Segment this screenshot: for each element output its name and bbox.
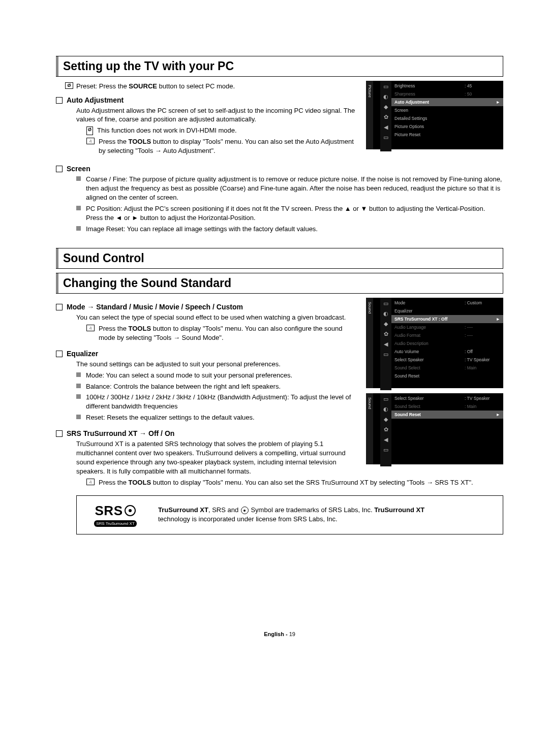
tv-icon: ▭ — [382, 300, 389, 307]
arrow-icon: ◀ — [382, 340, 389, 348]
osd-item-value: : 45 — [465, 83, 495, 88]
osd-item-label: Auto Volume — [394, 349, 465, 354]
tv-icon: ▭ — [382, 83, 389, 90]
srs-text-2: Symbol are trademarks of SRS Labs, Inc. — [249, 506, 374, 514]
checkbox-icon — [56, 304, 63, 310]
osd-icon-strip: ▭ ◐ ◆ ✿ ◀ ▭ — [380, 298, 391, 390]
srs-text-3: technology is incorporated under license… — [158, 515, 338, 523]
ring-icon: ◐ — [382, 405, 389, 413]
osd-item-label: Equalizer — [394, 308, 465, 313]
osd-item-label: Sound Select — [394, 404, 465, 409]
osd-item-label: Auto Adjustment — [394, 100, 465, 105]
osd-item-label: Mode — [394, 300, 465, 305]
osd-item-label: Picture Reset — [394, 132, 465, 137]
osd-items: Select Speaker: TV SpeakerSound Select: … — [391, 393, 503, 466]
subheading-label: SRS TruSurround XT → Off / On — [67, 429, 174, 437]
osd-item-value: : TV Speaker — [465, 396, 495, 401]
tv-icon: ▭ — [382, 395, 389, 402]
subheading-label: Screen — [67, 165, 90, 173]
osd-menu-item: Audio Language: ---- — [391, 323, 503, 331]
footer-page-number: 19 — [289, 631, 295, 637]
eq-item-mode: Mode: You can select a sound mode to sui… — [76, 371, 356, 380]
gear-icon: ✿ — [382, 330, 389, 337]
ring-icon: ◐ — [382, 310, 389, 317]
heading-text: Changing the Sound Standard — [63, 276, 231, 290]
srs-trademark-text: TruSurround XT, SRS and Symbol are trade… — [158, 506, 424, 524]
osd-menu-item: Audio Description — [391, 339, 503, 348]
square-bullet-icon — [76, 384, 81, 388]
osd-menu-item: Select Speaker: TV Speaker — [391, 356, 503, 364]
note-text: Press the TOOLS button to display "Tools… — [99, 478, 473, 487]
subheading-mode: Mode → Standard / Music / Movie / Speech… — [56, 303, 359, 311]
osd-item-label: Audio Format — [394, 333, 465, 338]
srs-trademark-box: SRS SRS TruSurround XT TruSurround XT, S… — [76, 495, 503, 534]
bullet-text: Mode: You can select a sound mode to sui… — [86, 371, 292, 380]
osd-sound-menu-a: Sound ▭ ◐ ◆ ✿ ◀ ▭ Mode: CustomEqualizerS… — [366, 298, 503, 388]
square-bullet-icon — [76, 372, 81, 377]
square-bullet-icon — [76, 206, 81, 210]
note-text: This function does not work in DVI-HDMI … — [97, 126, 237, 135]
info-icon: Ø — [86, 127, 93, 135]
osd-item-value: : ---- — [465, 333, 495, 338]
square-bullet-icon — [76, 176, 81, 181]
heading-changing-sound-standard: Changing the Sound Standard — [56, 273, 503, 294]
diamond-icon: ◆ — [382, 103, 389, 110]
osd-menu-item: Mode: Custom — [391, 299, 503, 307]
note-text: Press the TOOLS button to display "Tools… — [99, 137, 356, 155]
osd-item-value: : 50 — [465, 91, 495, 97]
osd-item-label: Brightness — [394, 83, 465, 88]
osd-menu-item: Equalizer — [391, 307, 503, 315]
srs-dot-icon — [241, 507, 249, 514]
osd-menu-item: Brightness: 45 — [391, 82, 503, 90]
gear-icon: ✿ — [382, 426, 389, 433]
heading-text: Sound Control — [63, 251, 144, 265]
screen-item-coarse-fine: Coarse / Fine: The purpose of picture qu… — [76, 175, 503, 202]
square-bullet-icon — [76, 226, 81, 231]
checkbox-icon — [56, 166, 63, 172]
heading-sound-control: Sound Control — [56, 248, 503, 269]
chevron-right-icon: ► — [495, 317, 500, 322]
info-icon: Ø — [65, 82, 73, 89]
auto-adj-note1: Ø This function does not work in DVI-HDM… — [86, 126, 356, 135]
srs-dot-icon — [125, 505, 136, 516]
osd-menu-item: Auto Volume: Off — [391, 348, 503, 356]
osd-icon-strip: ▭ ◐ ◆ ✿ ◀ ▭ — [380, 393, 391, 466]
source-icon: ▭ — [382, 351, 389, 358]
eq-item-reset: Reset: Resets the equalizer settings to … — [76, 413, 356, 422]
subheading-label: Auto Adjustment — [67, 96, 124, 104]
subheading-auto-adjustment: Auto Adjustment — [56, 96, 359, 104]
chevron-right-icon: ► — [495, 100, 500, 105]
srs-logo: SRS SRS TruSurround XT — [85, 503, 146, 527]
preset-note-text: Preset: Press the SOURCE button to selec… — [76, 82, 235, 91]
osd-menu-item: Sharpness: 50 — [391, 90, 503, 98]
arrow-icon: ◀ — [382, 123, 389, 131]
osd-menu-item: Sound Select: Main — [391, 364, 503, 372]
osd-tab: Picture — [366, 81, 373, 149]
osd-item-label: Screen — [394, 108, 465, 113]
subheading-screen: Screen — [56, 165, 503, 173]
osd-item-label: SRS TruSurround XT : Off — [394, 317, 465, 322]
tools-icon: ♫ — [86, 325, 95, 331]
subheading-label: Equalizer — [67, 350, 98, 358]
osd-tab: Sound — [366, 298, 373, 388]
osd-item-value: : Main — [465, 365, 495, 370]
eq-item-bandwidth: 100Hz / 300Hz / 1kHz / 2kHz / 3kHz / 10k… — [76, 393, 356, 411]
osd-menu-item: Picture Reset — [391, 131, 503, 139]
bullet-text: Image Reset: You can replace all image s… — [86, 225, 318, 234]
source-icon: ▭ — [382, 446, 389, 453]
heading-text: Setting up the TV with your PC — [63, 59, 234, 73]
osd-item-label: Sound Select — [394, 365, 465, 370]
heading-tv-pc: Setting up the TV with your PC — [56, 56, 503, 77]
bullet-text: Balance: Controls the balance between th… — [86, 382, 281, 391]
osd-menu-item: Sound Reset — [391, 372, 503, 380]
bullet-text: Reset: Resets the equalizer settings to … — [86, 413, 255, 422]
osd-item-value: : TV Speaker — [465, 357, 495, 362]
osd-item-label: Audio Language — [394, 325, 465, 330]
osd-tab-label: Sound — [368, 397, 372, 409]
page-footer: English - 19 — [56, 631, 503, 637]
screen-item-image-reset: Image Reset: You can replace all image s… — [76, 225, 503, 234]
screen-item-pc-position: PC Position: Adjust the PC's screen posi… — [76, 204, 503, 223]
source-icon: ▭ — [382, 134, 389, 141]
osd-item-label: Picture Options — [394, 124, 465, 129]
srs-strong-1: TruSurround XT — [158, 506, 208, 514]
